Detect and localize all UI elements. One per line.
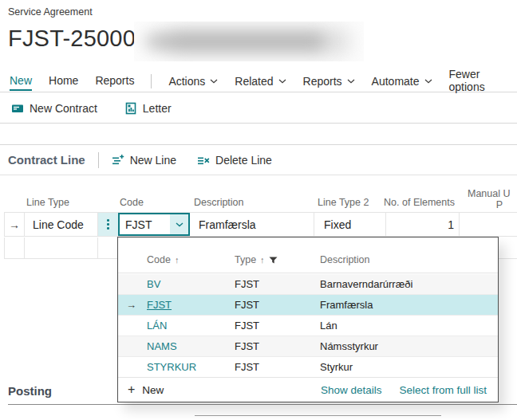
chevron-down-icon xyxy=(176,222,184,227)
contract-line-part-header: Contract Line New Line Delete Line xyxy=(0,144,517,175)
menu-reports[interactable]: Reports xyxy=(303,75,355,88)
new-line-icon xyxy=(112,154,124,167)
command-bar: New Contract Letter xyxy=(0,93,517,124)
lookup-column-type[interactable]: Type ↑ xyxy=(235,254,278,265)
new-contract-label: New Contract xyxy=(30,102,97,115)
cell-line-type[interactable]: Line Code xyxy=(25,213,98,236)
plus-icon: + xyxy=(128,383,135,397)
column-header-manual-line1: Manual U xyxy=(468,188,511,199)
letter-label: Letter xyxy=(143,102,172,115)
menu-actions-label: Actions xyxy=(168,75,205,88)
lookup-column-headers: Code ↑ Type ↑ Description xyxy=(118,237,498,273)
lookup-row-nams[interactable]: NAMS FJST Námsstyrkur xyxy=(118,336,498,357)
cell-line-type-2[interactable]: Fixed xyxy=(314,213,386,236)
column-header-line-type[interactable]: Line Type xyxy=(26,197,69,208)
lookup-footer: + New Show details Select from full list xyxy=(118,377,498,402)
selected-row-arrow-icon: → xyxy=(126,295,136,315)
lookup-column-code[interactable]: Code ↑ xyxy=(147,254,179,265)
new-line-label: New Line xyxy=(130,154,176,167)
column-header-description[interactable]: Description xyxy=(194,197,244,208)
filter-funnel-icon xyxy=(269,257,278,264)
posting-section-header[interactable]: Posting xyxy=(8,384,52,398)
lookup-type-value: FJST xyxy=(235,357,259,377)
column-header-line-type-2[interactable]: Line Type 2 xyxy=(318,197,369,208)
delete-line-button[interactable]: Delete Line xyxy=(197,154,272,167)
lookup-description-value: Barnaverndarúrræði xyxy=(320,274,412,294)
menu-actions[interactable]: Actions xyxy=(168,75,218,88)
lookup-code-link[interactable]: LÁN xyxy=(147,316,167,336)
posting-divider xyxy=(8,404,517,405)
lookup-type-label: Type xyxy=(235,254,256,265)
lookup-code-link[interactable]: FJST xyxy=(147,295,172,315)
lookup-row-fjst-selected[interactable]: → FJST FJST Framfærsla xyxy=(118,295,498,316)
letter-report-icon xyxy=(124,102,137,115)
lookup-type-value: FJST xyxy=(235,336,259,356)
cell-description[interactable]: Framfærsla xyxy=(190,213,314,236)
redacted-title-text xyxy=(134,22,364,61)
letter-button[interactable]: Letter xyxy=(124,102,172,115)
tab-home[interactable]: Home xyxy=(49,70,78,92)
new-contract-button[interactable]: New Contract xyxy=(11,102,97,115)
lookup-column-description[interactable]: Description xyxy=(320,254,370,265)
part-title: Contract Line xyxy=(8,153,85,167)
lookup-row-bv[interactable]: BV FJST Barnaverndarúrræði xyxy=(118,274,498,295)
row-options-menu-button[interactable] xyxy=(98,213,118,236)
tab-new[interactable]: New xyxy=(10,70,32,92)
cell-no-of-elements[interactable]: 1 xyxy=(386,213,460,236)
chevron-down-icon xyxy=(278,79,286,84)
field-underline xyxy=(195,415,441,416)
empty-cell xyxy=(25,237,98,258)
contract-card-icon xyxy=(11,102,24,115)
ribbon: New Home Reports Actions Related Reports… xyxy=(0,70,517,92)
lookup-new-label: New xyxy=(142,384,164,396)
code-combobox-value: FJST xyxy=(120,218,170,231)
new-line-button[interactable]: New Line xyxy=(112,154,176,167)
service-agreement-page: Service Agreement FJST-250007 · New Home… xyxy=(0,0,517,420)
lookup-row-styrkur[interactable]: STYRKUR FJST Styrkur xyxy=(118,357,498,378)
combobox-dropdown-button[interactable] xyxy=(170,214,188,234)
empty-cell xyxy=(98,237,118,258)
table-row: → Line Code FJST Framfærsla Fixed 1 xyxy=(4,212,517,237)
column-header-code[interactable]: Code xyxy=(120,197,144,208)
chevron-down-icon xyxy=(347,79,355,84)
empty-cell xyxy=(5,237,25,258)
grid-column-headers: Line Type Code Description Line Type 2 N… xyxy=(0,186,517,212)
menu-related[interactable]: Related xyxy=(235,75,286,88)
lookup-code-link[interactable]: STYRKUR xyxy=(147,357,196,377)
show-details-link[interactable]: Show details xyxy=(321,384,382,396)
part-separator xyxy=(98,152,99,168)
lookup-row-lan[interactable]: LÁN FJST Lán xyxy=(118,316,498,336)
lookup-code-label: Code xyxy=(147,254,171,265)
select-from-full-list-link[interactable]: Select from full list xyxy=(399,384,487,396)
ribbon-separator xyxy=(151,74,152,88)
sort-ascending-icon: ↑ xyxy=(260,255,265,265)
menu-automate[interactable]: Automate xyxy=(372,75,432,88)
column-header-manual-unit-price[interactable]: Manual U P xyxy=(468,188,517,210)
code-lookup-dropdown: Code ↑ Type ↑ Description BV FJST Barnav… xyxy=(117,237,499,402)
delete-line-icon xyxy=(197,154,210,167)
lookup-type-value: FJST xyxy=(235,295,259,315)
page-caption: Service Agreement xyxy=(8,6,93,18)
lookup-type-value: FJST xyxy=(235,274,259,294)
lookup-new-button[interactable]: + New xyxy=(128,383,164,397)
lookup-description-value: Námsstyrkur xyxy=(320,336,378,356)
chevron-down-icon xyxy=(210,79,218,84)
lookup-description-value: Framfærsla xyxy=(320,295,373,315)
active-row-arrow-icon: → xyxy=(5,213,25,236)
vertical-ellipsis-icon xyxy=(107,219,109,230)
lookup-code-link[interactable]: NAMS xyxy=(147,336,177,356)
lookup-description-value: Lán xyxy=(320,316,337,336)
delete-line-label: Delete Line xyxy=(215,154,272,167)
column-header-no-of-elements[interactable]: No. of Elements xyxy=(363,197,455,208)
chevron-down-icon xyxy=(424,79,432,84)
menu-automate-label: Automate xyxy=(372,75,420,88)
column-header-manual-line2: P xyxy=(468,199,517,210)
tab-reports[interactable]: Reports xyxy=(95,70,134,92)
menu-related-label: Related xyxy=(235,75,273,88)
lookup-description-label: Description xyxy=(320,254,370,265)
sort-ascending-icon: ↑ xyxy=(175,255,180,265)
code-combobox[interactable]: FJST xyxy=(118,213,190,236)
lookup-description-value: Styrkur xyxy=(320,357,353,377)
cell-manual-unit-price[interactable] xyxy=(460,213,517,236)
lookup-code-link[interactable]: BV xyxy=(147,274,160,294)
